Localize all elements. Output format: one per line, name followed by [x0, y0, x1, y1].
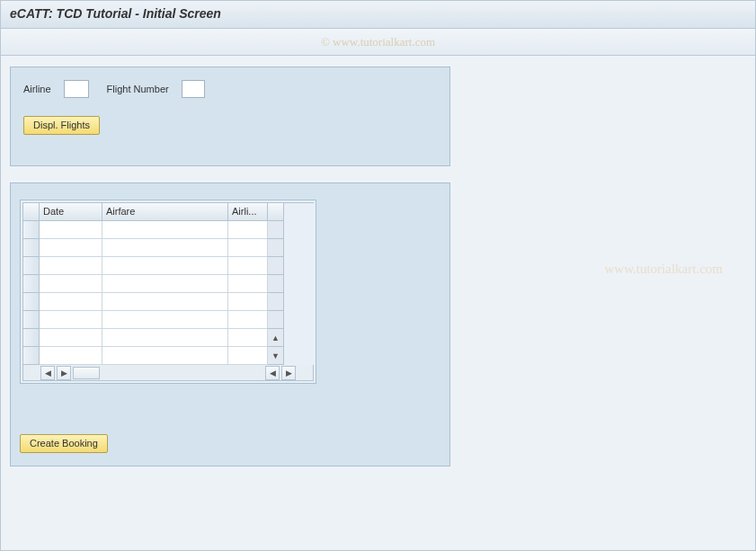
search-panel: Airline Flight Number Displ. Flights	[10, 67, 450, 166]
table-cell[interactable]	[40, 293, 102, 311]
table-cell[interactable]	[40, 221, 102, 239]
display-flights-button[interactable]: Displ. Flights	[23, 116, 100, 135]
row-selector[interactable]	[23, 293, 40, 311]
table-cell[interactable]	[40, 275, 102, 293]
table-cell[interactable]	[102, 329, 228, 347]
hscroll-right-button[interactable]: ▶	[57, 366, 71, 380]
vscroll-down-button[interactable]: ▼	[268, 347, 284, 365]
table-cell[interactable]	[102, 293, 228, 311]
table-cell[interactable]	[102, 347, 228, 365]
row-selector[interactable]	[23, 257, 40, 275]
airline-input[interactable]	[64, 80, 89, 98]
table-cell[interactable]	[228, 329, 268, 347]
page-title: eCATT: TCD Tutorial - Initial Screen	[10, 6, 221, 21]
row-selector[interactable]	[23, 347, 40, 365]
table-cell[interactable]	[228, 293, 268, 311]
table-cell[interactable]	[228, 347, 268, 365]
row-selector[interactable]	[23, 329, 40, 347]
hscroll-right-button-2[interactable]: ▶	[281, 366, 296, 380]
table-cell[interactable]	[228, 311, 268, 329]
row-selector-header	[23, 203, 40, 221]
flight-number-input[interactable]	[182, 80, 205, 98]
vscroll-area[interactable]	[268, 275, 284, 293]
column-header-date[interactable]: Date	[40, 203, 102, 221]
row-selector[interactable]	[23, 275, 40, 293]
hscroll-left-button-2[interactable]: ◀	[265, 366, 280, 380]
table-cell[interactable]	[40, 329, 102, 347]
results-panel: Date Airfare Airli... ▲ ▼ ◀ ▶	[10, 182, 450, 467]
table-cell[interactable]	[102, 257, 228, 275]
hscroll-bar: ◀ ▶ ◀ ▶	[22, 365, 314, 381]
table-cell[interactable]	[102, 275, 228, 293]
content-area: Airline Flight Number Displ. Flights Dat…	[1, 56, 755, 477]
column-header-airfare[interactable]: Airfare	[102, 203, 228, 221]
table-cell[interactable]	[102, 239, 228, 257]
flight-number-label: Flight Number	[107, 84, 169, 94]
table-cell[interactable]	[228, 221, 268, 239]
table-cell[interactable]	[102, 311, 228, 329]
table-cell[interactable]	[40, 257, 102, 275]
vscroll-area[interactable]	[268, 257, 284, 275]
vscroll-header	[268, 203, 284, 221]
title-bar: eCATT: TCD Tutorial - Initial Screen	[1, 1, 755, 29]
table-cell[interactable]	[40, 239, 102, 257]
vscroll-area[interactable]	[268, 239, 284, 257]
table-cell[interactable]	[40, 311, 102, 329]
toolbar: © www.tutorialkart.com	[1, 29, 755, 56]
flights-table-container: Date Airfare Airli... ▲ ▼ ◀ ▶	[20, 200, 316, 384]
table-cell[interactable]	[228, 257, 268, 275]
table-cell[interactable]	[40, 347, 102, 365]
watermark-text: © www.tutorialkart.com	[321, 35, 435, 49]
flights-table: Date Airfare Airli... ▲ ▼	[22, 202, 314, 365]
vscroll-area[interactable]	[268, 221, 284, 239]
hscroll-left-button[interactable]: ◀	[40, 366, 55, 380]
vscroll-area[interactable]	[268, 293, 284, 311]
table-cell[interactable]	[228, 275, 268, 293]
column-header-airline[interactable]: Airli...	[228, 203, 268, 221]
vscroll-up-button[interactable]: ▲	[268, 329, 284, 347]
search-row: Airline Flight Number	[23, 80, 437, 98]
vscroll-area[interactable]	[268, 311, 284, 329]
create-booking-button[interactable]: Create Booking	[20, 434, 108, 453]
table-cell[interactable]	[228, 239, 268, 257]
row-selector[interactable]	[23, 311, 40, 329]
airline-label: Airline	[23, 84, 51, 94]
row-selector[interactable]	[23, 239, 40, 257]
hscroll-thumb[interactable]	[73, 367, 100, 379]
row-selector[interactable]	[23, 221, 40, 239]
table-cell[interactable]	[102, 221, 228, 239]
